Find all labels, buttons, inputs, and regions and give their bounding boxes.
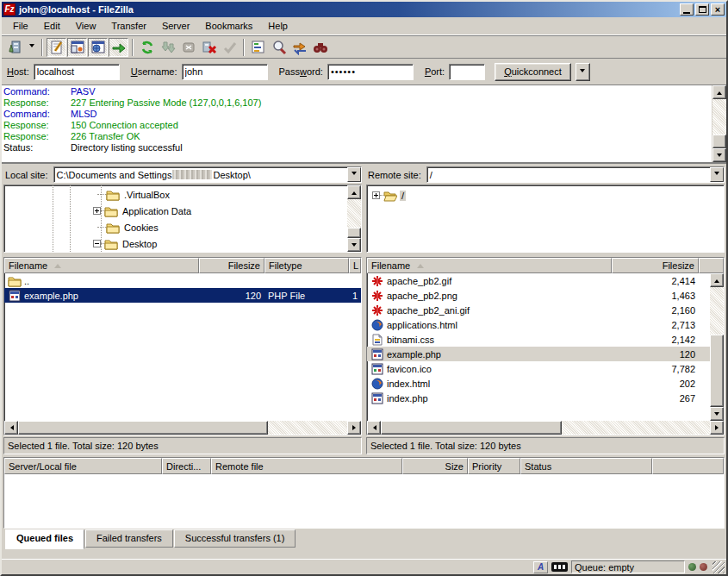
menu-view[interactable]: View xyxy=(68,19,104,33)
username-input[interactable] xyxy=(182,64,268,80)
tab-failed-transfers[interactable]: Failed transfers xyxy=(85,529,173,548)
menu-server[interactable]: Server xyxy=(154,19,197,33)
local-tree[interactable]: .VirtualBox Application Data Cookies xyxy=(4,185,347,252)
disconnect-button[interactable] xyxy=(199,38,219,57)
scroll-left-button[interactable] xyxy=(367,421,381,435)
file-row[interactable]: bitnami.css 2,142 xyxy=(367,332,710,347)
tab-successful-transfers[interactable]: Successful transfers (1) xyxy=(174,529,296,548)
file-row-parent-dir[interactable]: .. xyxy=(4,273,361,288)
tree-item[interactable]: / xyxy=(372,188,406,203)
tree-item[interactable]: Application Data xyxy=(93,203,193,218)
reconnect-button[interactable] xyxy=(220,38,240,57)
column-header-direction[interactable]: Directi... xyxy=(162,458,211,474)
scroll-up-button[interactable] xyxy=(347,185,361,199)
queue-list-area[interactable] xyxy=(4,474,724,528)
column-header-filename[interactable]: Filename xyxy=(367,258,612,273)
file-row[interactable]: index.php 267 xyxy=(367,391,710,405)
column-header-size[interactable]: Size xyxy=(402,458,468,474)
scroll-down-button[interactable] xyxy=(347,238,361,252)
scroll-left-button[interactable] xyxy=(4,421,18,435)
tab-queued-files[interactable]: Queued files xyxy=(5,529,84,549)
scrollbar-thumb[interactable] xyxy=(712,135,726,148)
file-row[interactable]: applications.html 2,713 xyxy=(367,317,710,332)
local-list-hscrollbar[interactable] xyxy=(4,421,361,435)
tree-item[interactable]: Cookies xyxy=(97,220,160,235)
expand-icon[interactable] xyxy=(372,191,380,199)
remote-list-hscrollbar[interactable] xyxy=(367,421,724,435)
quickconnect-button[interactable]: Quickconnect xyxy=(495,63,571,81)
file-row[interactable]: apache_pb2.gif 2,414 xyxy=(367,273,710,288)
scrollbar-thumb[interactable] xyxy=(18,421,268,435)
tree-item[interactable]: .VirtualBox xyxy=(97,187,171,202)
message-log-scrollbar[interactable] xyxy=(712,85,726,162)
scroll-down-button[interactable] xyxy=(712,148,726,162)
site-manager-dropdown-button[interactable] xyxy=(26,38,38,57)
column-header-filetype[interactable]: Filetype xyxy=(264,258,349,273)
local-tree-scrollbar[interactable] xyxy=(347,185,361,252)
toggle-message-log-button[interactable] xyxy=(47,38,66,57)
directory-comparison-button[interactable] xyxy=(269,38,289,57)
file-row-selected[interactable]: example.php 120 xyxy=(367,347,710,361)
toggle-local-tree-button[interactable] xyxy=(67,38,87,57)
column-header-filesize[interactable]: Filesize xyxy=(199,258,264,273)
chevron-down-icon xyxy=(352,172,357,178)
remote-tree[interactable]: / xyxy=(367,185,724,252)
close-button[interactable]: × xyxy=(711,3,725,16)
host-input[interactable] xyxy=(34,64,120,80)
column-header-priority[interactable]: Priority xyxy=(468,458,520,474)
maximize-button[interactable] xyxy=(695,3,709,16)
scrollbar-thumb[interactable] xyxy=(347,228,361,238)
scroll-right-button[interactable] xyxy=(347,421,361,435)
collapse-icon[interactable] xyxy=(93,240,101,247)
synchronized-browsing-button[interactable] xyxy=(289,38,309,57)
scroll-up-button[interactable] xyxy=(712,85,726,99)
speed-limit-icon[interactable] xyxy=(551,562,568,572)
column-header-server-local-file[interactable]: Server/Local file xyxy=(4,458,162,474)
quickconnect-dropdown-button[interactable] xyxy=(576,63,590,81)
menu-edit[interactable]: Edit xyxy=(36,19,68,33)
scroll-down-button[interactable] xyxy=(710,407,724,421)
remote-site-path[interactable]: / xyxy=(427,167,710,182)
local-site-combo[interactable]: C:\Documents and SettingsDesktop\ xyxy=(53,166,362,183)
remote-list-scrollbar[interactable] xyxy=(710,273,724,421)
column-header-status[interactable]: Status xyxy=(520,458,652,474)
scrollbar-thumb[interactable] xyxy=(381,421,562,435)
chevron-down-icon xyxy=(580,69,585,75)
menu-file[interactable]: File xyxy=(5,19,36,33)
resize-grip[interactable] xyxy=(712,561,725,573)
column-header-filesize[interactable]: Filesize xyxy=(612,258,699,273)
remote-site-combo[interactable]: / xyxy=(426,166,725,183)
refresh-button[interactable] xyxy=(137,38,157,57)
toggle-transfer-queue-button[interactable] xyxy=(109,38,128,57)
directory-listing-filters-button[interactable] xyxy=(248,38,268,57)
local-site-dropdown-button[interactable] xyxy=(347,167,361,182)
toggle-remote-tree-button[interactable] xyxy=(88,38,108,57)
file-row[interactable]: favicon.ico 7,782 xyxy=(367,361,710,376)
data-type-indicator-icon[interactable]: A xyxy=(533,561,548,573)
remote-site-dropdown-button[interactable] xyxy=(710,167,724,182)
scrollbar-thumb[interactable] xyxy=(710,335,724,407)
file-row[interactable]: index.html 202 xyxy=(367,376,710,391)
menu-help[interactable]: Help xyxy=(260,19,296,33)
file-row[interactable]: apache_pb2.png 1,463 xyxy=(367,288,710,303)
password-input[interactable] xyxy=(327,64,414,80)
find-files-button[interactable] xyxy=(310,38,330,57)
expand-icon[interactable] xyxy=(93,207,101,215)
scroll-up-button[interactable] xyxy=(710,273,724,287)
site-manager-button[interactable] xyxy=(5,38,25,57)
minimize-button[interactable] xyxy=(680,3,694,16)
synchronized-browsing-icon xyxy=(292,40,308,55)
cancel-operation-button[interactable] xyxy=(178,38,198,57)
menu-transfer[interactable]: Transfer xyxy=(103,19,154,33)
menu-bookmarks[interactable]: Bookmarks xyxy=(197,19,260,33)
file-row[interactable]: apache_pb2_ani.gif 2,160 xyxy=(367,303,710,317)
tree-item[interactable]: Desktop xyxy=(93,236,159,251)
scroll-right-button[interactable] xyxy=(710,421,724,435)
process-queue-button[interactable] xyxy=(158,38,177,57)
local-site-path[interactable]: C:\Documents and SettingsDesktop\ xyxy=(54,167,347,182)
port-input[interactable] xyxy=(449,64,485,80)
column-header-lastmodified[interactable]: L xyxy=(349,258,361,273)
column-header-filename[interactable]: Filename xyxy=(4,258,199,273)
file-row-selected[interactable]: example.php 120 PHP File 1 xyxy=(4,288,361,303)
column-header-remote-file[interactable]: Remote file xyxy=(211,458,402,474)
